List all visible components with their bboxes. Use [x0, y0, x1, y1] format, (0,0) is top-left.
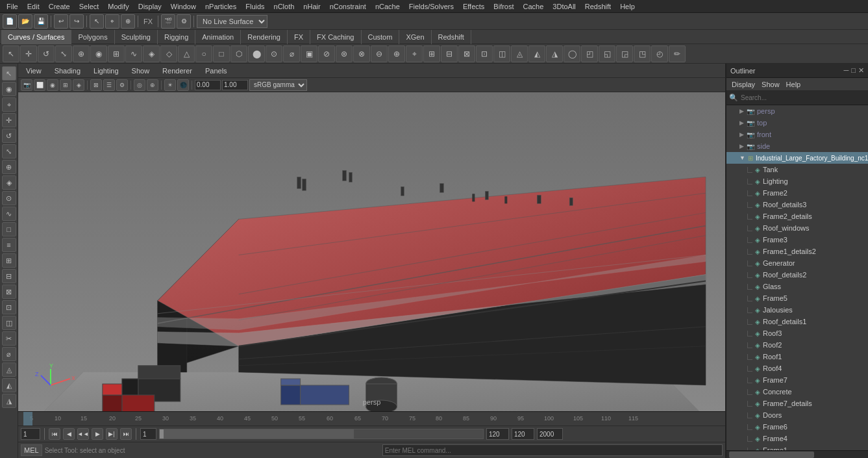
render-btn[interactable]: 🎬 — [161, 14, 175, 29]
play-forward-btn[interactable]: ▶ — [92, 428, 103, 440]
snap-view-icon[interactable]: ◇ — [160, 45, 177, 62]
tree-item-factory-group[interactable]: ▼ ⊞ Industrial_Large_Factory_Building_nc… — [726, 152, 868, 164]
tree-item-lighting[interactable]: ◈ Lighting — [726, 175, 868, 187]
lighting-menu[interactable]: Lighting — [88, 66, 124, 76]
viewport-scene[interactable]: X Y Z persp — [18, 92, 725, 411]
tool-14[interactable]: ⬤ — [248, 45, 265, 62]
tool-13[interactable]: ⬡ — [230, 45, 247, 62]
tree-item-roof4[interactable]: ◈ Roof4 — [726, 363, 868, 374]
tool-35[interactable]: ◲ — [616, 45, 633, 62]
new-scene-btn[interactable]: 📄 — [3, 14, 17, 29]
tab-polygons[interactable]: Polygons — [71, 30, 114, 44]
redo-btn[interactable]: ↪ — [69, 14, 84, 29]
tool-21[interactable]: ⊖ — [371, 45, 388, 62]
camera-select-btn[interactable]: 📷 — [21, 79, 32, 91]
menu-help[interactable]: Help — [616, 1, 639, 12]
tab-sculpting[interactable]: Sculpting — [115, 30, 158, 44]
display-mode-btn[interactable]: ⬜ — [34, 79, 45, 91]
tree-item-tank[interactable]: ◈ Tank — [726, 164, 868, 175]
menu-fluids[interactable]: Fluids — [242, 1, 268, 12]
tab-animation[interactable]: Animation — [195, 30, 241, 44]
menu-ncache[interactable]: nCache — [371, 1, 404, 12]
shading-btn[interactable]: ◉ — [47, 79, 58, 91]
snap-point-icon[interactable]: ◈ — [143, 45, 160, 62]
tool-20[interactable]: ⊗ — [353, 45, 370, 62]
tree-item-concrete[interactable]: ◈ Concrete — [726, 386, 868, 398]
playback-end-input[interactable]: 120 — [512, 428, 534, 440]
tree-item-front[interactable]: ▶ 📷 front — [726, 129, 868, 140]
xray-btn[interactable]: ◈ — [73, 79, 84, 91]
tool-26[interactable]: ⊠ — [458, 45, 475, 62]
menu-fields[interactable]: Fields/Solvers — [405, 1, 458, 12]
move-btn[interactable]: ✛ — [2, 113, 16, 127]
tab-rigging[interactable]: Rigging — [158, 30, 195, 44]
total-end-input[interactable]: 2000 — [537, 428, 563, 440]
menu-cache[interactable]: Cache — [519, 1, 548, 12]
tab-curves-surfaces[interactable]: Curves / Surfaces — [1, 30, 71, 44]
timeline-ruler[interactable]: 5 10 15 20 25 30 35 40 45 50 55 60 — [18, 412, 725, 426]
outliner-maximize-btn[interactable]: □ — [851, 66, 856, 75]
next-frame-btn[interactable]: ▶| — [106, 428, 118, 440]
grid-btn[interactable]: ⊠ — [90, 79, 102, 91]
menu-redshift[interactable]: Redshift — [581, 1, 615, 12]
multi-cut-btn[interactable]: ✂ — [2, 331, 16, 346]
camera-attrs-btn[interactable]: ⚙ — [116, 79, 128, 91]
outliner-hscroll[interactable] — [726, 450, 868, 458]
save-scene-btn[interactable]: 💾 — [34, 14, 48, 29]
loop-cut-btn[interactable]: ◬ — [2, 363, 16, 377]
select-btn[interactable]: ↖ — [90, 14, 104, 29]
range-start-input[interactable]: 1 — [140, 428, 156, 440]
undo-btn[interactable]: ↩ — [54, 14, 68, 29]
tool-22[interactable]: ⊕ — [388, 45, 405, 62]
menu-window[interactable]: Window — [167, 1, 200, 12]
shading-menu[interactable]: Shading — [49, 66, 86, 76]
tool-12[interactable]: □ — [213, 45, 230, 62]
tool-30[interactable]: ◭ — [528, 45, 545, 62]
tree-item-roof-details1[interactable]: ◈ Roof_details1 — [726, 316, 868, 327]
menu-display[interactable]: Display — [134, 1, 166, 12]
mel-input[interactable] — [382, 444, 723, 456]
universal-tool-icon[interactable]: ⊕ — [73, 45, 90, 62]
move-tool-icon[interactable]: ✛ — [20, 45, 37, 62]
snap-grid-icon[interactable]: ⊞ — [108, 45, 125, 62]
tree-item-glass[interactable]: ◈ Glass — [726, 281, 868, 292]
isolate-btn[interactable]: ◎ — [134, 79, 145, 91]
crease-btn[interactable]: ≡ — [2, 238, 16, 252]
hscroll-thumb[interactable] — [729, 452, 814, 458]
shadows-btn[interactable]: 🌑 — [177, 79, 189, 91]
tree-item-doors[interactable]: ◈ Doors — [726, 409, 868, 421]
tool-32[interactable]: ◯ — [564, 45, 580, 62]
tool-33[interactable]: ◰ — [581, 45, 598, 62]
select-tool-icon[interactable]: ↖ — [3, 45, 19, 62]
tree-item-frame4[interactable]: ◈ Frame4 — [726, 433, 868, 444]
focus-btn[interactable]: ⊕ — [147, 79, 158, 91]
tree-item-roof2[interactable]: ◈ Roof2 — [726, 339, 868, 351]
paint-icon[interactable]: ✏ — [669, 45, 686, 62]
tool-36[interactable]: ◳ — [634, 45, 651, 62]
offset-btn[interactable]: ◭ — [2, 378, 16, 392]
show-manip-btn[interactable]: ◈ — [2, 175, 16, 190]
menu-modify[interactable]: Modify — [104, 1, 132, 12]
menu-nparticles[interactable]: nParticles — [201, 1, 240, 12]
frame-input[interactable]: 1 — [21, 428, 40, 440]
tree-item-top[interactable]: ▶ 📷 top — [726, 117, 868, 129]
tool-17[interactable]: ▣ — [301, 45, 317, 62]
scale-tool-icon[interactable]: ⤡ — [55, 45, 72, 62]
tree-item-roof-details3[interactable]: ◈ Roof_details3 — [726, 199, 868, 210]
color-space-dropdown[interactable]: sRGB gamma — [249, 79, 307, 91]
tab-redshift[interactable]: Redshift — [432, 30, 471, 44]
outliner-menu-help[interactable]: Help — [784, 81, 804, 88]
tree-item-frame2[interactable]: ◈ Frame2 — [726, 187, 868, 199]
outliner-close-btn[interactable]: ✕ — [858, 66, 864, 75]
mel-label-btn[interactable]: MEL — [21, 444, 42, 456]
playback-start-input[interactable]: 120 — [486, 428, 509, 440]
tree-item-frame1-details2[interactable]: ◈ Frame1_details2 — [726, 246, 868, 257]
select-mode-btn[interactable]: ↖ — [2, 66, 16, 81]
tool-24[interactable]: ⊞ — [423, 45, 440, 62]
universal-btn[interactable]: ⊕ — [2, 160, 16, 174]
prev-frame-btn[interactable]: ◀ — [63, 428, 75, 440]
timeline[interactable]: 5 10 15 20 25 30 35 40 45 50 55 60 — [18, 411, 725, 426]
menu-nconstraint[interactable]: nConstraint — [326, 1, 370, 12]
go-end-btn[interactable]: ⏭ — [120, 428, 132, 440]
hud-btn[interactable]: ☰ — [103, 79, 115, 91]
